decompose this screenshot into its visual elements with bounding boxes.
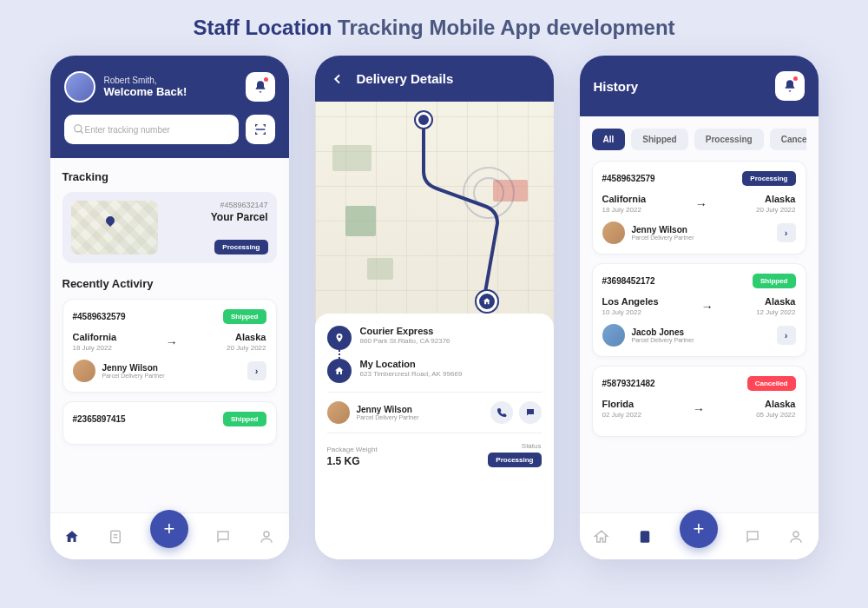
history-card[interactable]: #3698452172Shipped Los Angeles10 July 20… xyxy=(592,263,806,357)
history-screen: History All Shipped Processing Cancelled… xyxy=(580,56,819,559)
tracking-heading: Tracking xyxy=(62,170,277,183)
partner-avatar xyxy=(327,401,350,424)
nav-add-button[interactable]: + xyxy=(680,510,718,548)
screen-title: History xyxy=(594,79,639,94)
status-badge: Cancelled xyxy=(747,376,796,391)
activity-card[interactable]: #4589632579 Shipped California18 July 20… xyxy=(62,299,277,393)
status-badge: Shipped xyxy=(223,412,266,426)
nav-profile[interactable] xyxy=(787,528,805,545)
status-badge: Shipped xyxy=(753,274,796,288)
arrow-right-icon: → xyxy=(701,300,713,314)
document-icon xyxy=(108,529,123,545)
page-title: Staff Location Tracking Mobile App devel… xyxy=(0,0,868,47)
history-card[interactable]: #4589632579Processing California18 July … xyxy=(592,161,806,254)
detail-screen: Delivery Details Courier Express860 Park… xyxy=(315,56,554,559)
back-button[interactable] xyxy=(329,72,346,86)
scan-icon xyxy=(253,122,267,136)
nav-chat[interactable] xyxy=(744,528,761,545)
tab-all[interactable]: All xyxy=(592,129,626,150)
avatar[interactable] xyxy=(64,71,95,102)
screen-title: Delivery Details xyxy=(357,71,454,86)
status-badge: Processing xyxy=(214,240,267,254)
history-card[interactable]: #5879321482Cancelled Florida02 July 2022… xyxy=(592,366,806,437)
scan-button[interactable] xyxy=(246,115,275,144)
tracking-number-field[interactable] xyxy=(85,125,230,135)
recent-heading: Recently Activiry xyxy=(62,277,277,290)
expand-button[interactable]: › xyxy=(247,361,266,380)
bottom-nav: + xyxy=(50,512,289,559)
user-name: Robert Smith, xyxy=(104,76,187,85)
mini-map xyxy=(71,201,158,254)
document-icon xyxy=(637,529,653,545)
bell-icon xyxy=(783,79,797,93)
nav-home[interactable] xyxy=(593,528,610,545)
my-location-address: 623 Timbercrest Road, AK 99669 xyxy=(360,370,463,378)
message-button[interactable] xyxy=(519,401,542,424)
home-icon xyxy=(327,359,352,383)
svg-point-5 xyxy=(264,532,269,537)
courier-name: Courier Express xyxy=(360,326,450,336)
courier-address: 860 Park St.Rialto, CA 92376 xyxy=(360,337,450,345)
arrow-right-icon: → xyxy=(695,197,707,211)
status-badge: Processing xyxy=(742,171,795,186)
tracking-id: #4589632147 xyxy=(211,201,268,209)
chat-icon xyxy=(745,529,760,545)
bottom-nav: + xyxy=(580,512,819,559)
arrow-right-icon: → xyxy=(166,335,178,349)
notification-button[interactable] xyxy=(775,71,805,101)
tracking-card[interactable]: #4589632147 Your Parcel Processing xyxy=(62,192,277,263)
svg-point-0 xyxy=(74,125,81,132)
user-icon xyxy=(788,529,804,545)
notification-button[interactable] xyxy=(246,72,275,102)
expand-button[interactable]: › xyxy=(777,223,796,242)
destination-pin-icon xyxy=(477,291,497,312)
welcome-text: Welcome Back! xyxy=(104,85,187,98)
tab-cancelled[interactable]: Cancelled xyxy=(770,129,806,150)
status-label: Status xyxy=(488,442,541,450)
location-pin-icon xyxy=(327,326,352,350)
tracking-label: Your Parcel xyxy=(211,211,268,223)
chat-icon xyxy=(215,529,231,545)
home-screen: Robert Smith, Welcome Back! Tracking xyxy=(50,56,289,559)
search-icon xyxy=(73,123,85,135)
weight-value: 1.5 KG xyxy=(327,455,378,467)
home-icon xyxy=(64,529,80,545)
nav-profile[interactable] xyxy=(258,528,275,545)
partner-avatar xyxy=(602,221,625,244)
partner-avatar xyxy=(602,324,625,347)
tab-shipped[interactable]: Shipped xyxy=(631,129,687,150)
activity-card[interactable]: #2365897415 Shipped xyxy=(62,401,277,445)
nav-orders[interactable] xyxy=(636,528,654,545)
nav-add-button[interactable]: + xyxy=(150,510,188,548)
nav-home[interactable] xyxy=(63,528,81,545)
chevron-left-icon xyxy=(331,72,345,86)
bell-icon xyxy=(253,80,267,94)
svg-line-1 xyxy=(80,131,82,134)
route-map[interactable] xyxy=(315,102,554,326)
chat-icon xyxy=(525,407,536,418)
nav-orders[interactable] xyxy=(107,528,124,545)
svg-rect-6 xyxy=(641,531,650,543)
search-input[interactable] xyxy=(64,115,239,144)
partner-avatar xyxy=(73,360,95,382)
activity-id: #2365897415 xyxy=(73,414,126,424)
tab-processing[interactable]: Processing xyxy=(694,129,764,150)
origin-pin-icon xyxy=(416,112,431,128)
call-button[interactable] xyxy=(490,401,513,424)
svg-point-7 xyxy=(793,532,799,537)
activity-id: #4589632579 xyxy=(73,312,126,321)
status-badge: Processing xyxy=(488,453,541,467)
expand-button[interactable]: › xyxy=(777,326,796,345)
weight-label: Package Weight xyxy=(327,446,378,453)
user-icon xyxy=(259,529,274,545)
phone-icon xyxy=(496,407,507,418)
status-badge: Shipped xyxy=(223,309,266,324)
arrow-right-icon: → xyxy=(693,402,705,416)
my-location-label: My Location xyxy=(360,359,463,369)
nav-chat[interactable] xyxy=(214,528,232,545)
home-icon xyxy=(594,529,609,545)
